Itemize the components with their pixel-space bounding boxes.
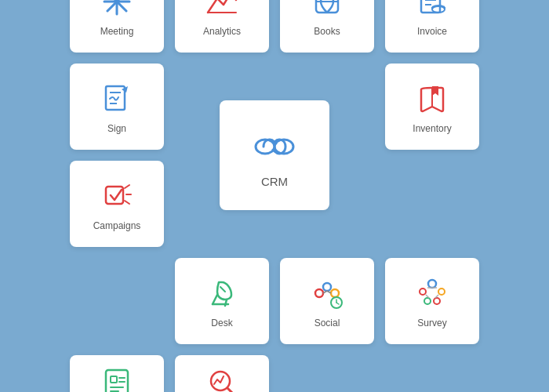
social-icon xyxy=(307,274,347,313)
crm-icon xyxy=(251,123,298,170)
crm-label: CRM xyxy=(261,175,288,188)
app-tile-desk[interactable]: Desk xyxy=(175,258,269,344)
app-tile-analytics[interactable]: Analytics xyxy=(175,0,269,53)
survey-label: Survey xyxy=(417,318,446,328)
svg-point-34 xyxy=(428,280,436,288)
app-grid: Meeting Analytics Books xyxy=(70,0,479,392)
app-tile-campaigns[interactable]: Campaigns xyxy=(70,161,164,247)
social-label: Social xyxy=(314,318,340,328)
sign-icon xyxy=(97,79,136,118)
app-tile-salesiq[interactable]: SalesIQ xyxy=(175,355,269,392)
svg-line-33 xyxy=(336,303,339,304)
app-tile-invoice[interactable]: Invoice xyxy=(385,0,479,53)
app-tile-forms[interactable]: Forms xyxy=(70,355,164,392)
svg-point-38 xyxy=(434,298,440,304)
svg-line-21 xyxy=(125,185,129,188)
inventory-label: Inventory xyxy=(413,123,451,134)
svg-point-28 xyxy=(331,289,339,297)
desk-icon xyxy=(202,274,242,313)
app-tile-crm[interactable]: CRM xyxy=(220,100,329,210)
app-tile-meeting[interactable]: Meeting xyxy=(70,0,164,53)
app-tile-books[interactable]: Books xyxy=(280,0,374,53)
meeting-icon xyxy=(97,0,136,21)
campaigns-label: Campaigns xyxy=(93,220,141,231)
invoice-label: Invoice xyxy=(417,26,447,37)
salesiq-icon xyxy=(202,363,242,392)
app-tile-inventory[interactable]: Inventory xyxy=(385,64,479,150)
forms-icon xyxy=(97,363,136,392)
svg-point-37 xyxy=(424,298,431,304)
books-icon xyxy=(307,0,347,21)
desk-label: Desk xyxy=(211,318,232,328)
invoice-icon xyxy=(413,0,452,21)
app-tile-social[interactable]: Social xyxy=(280,258,374,344)
survey-icon xyxy=(413,274,452,313)
campaigns-icon xyxy=(97,176,136,216)
svg-point-27 xyxy=(315,289,323,297)
inventory-icon xyxy=(413,79,452,118)
svg-rect-14 xyxy=(106,86,125,110)
svg-line-25 xyxy=(220,287,225,292)
svg-point-36 xyxy=(438,289,445,295)
app-tile-survey[interactable]: Survey xyxy=(385,258,479,344)
svg-line-50 xyxy=(227,388,235,392)
app-tile-sign[interactable]: Sign xyxy=(70,64,164,150)
svg-line-23 xyxy=(125,201,129,204)
meeting-label: Meeting xyxy=(100,26,134,37)
svg-point-35 xyxy=(420,289,426,295)
sign-label: Sign xyxy=(107,123,126,134)
analytics-icon xyxy=(202,0,242,21)
analytics-label: Analytics xyxy=(203,26,241,37)
books-label: Books xyxy=(314,26,340,37)
svg-point-26 xyxy=(323,283,331,291)
svg-rect-44 xyxy=(111,376,117,383)
svg-rect-20 xyxy=(106,187,123,204)
